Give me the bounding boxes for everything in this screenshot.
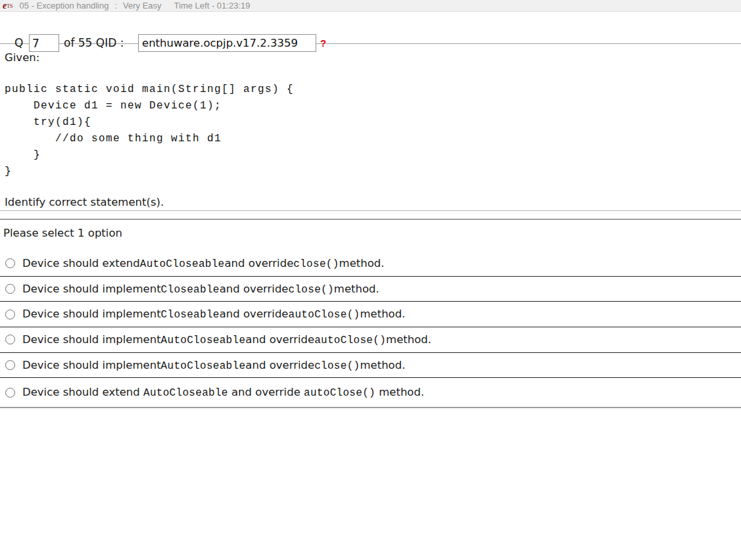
option-segment: and override — [245, 333, 314, 346]
option-code-segment: AutoCloseable — [161, 335, 246, 346]
option-segment: Device should extend — [22, 257, 140, 269]
option-text: Device should implementCloseableand over… — [22, 283, 379, 296]
answer-option-6[interactable]: Device should extend AutoCloseable and o… — [0, 378, 741, 408]
option-segment: and override — [245, 359, 314, 371]
radio-button-icon[interactable] — [5, 360, 15, 370]
options-section: Please select 1 option Device should ext… — [0, 219, 741, 220]
time-left-label: Time Left - 01:23:19 — [174, 1, 251, 11]
option-segment: method. — [360, 359, 405, 371]
title-bar[interactable]: eTS 05 - Exception handling : Very Easy … — [0, 0, 741, 12]
answer-option-1[interactable]: Device should extendAutoCloseableand ove… — [0, 251, 741, 277]
question-number-input[interactable] — [29, 34, 59, 52]
difficulty-label: Very Easy — [123, 1, 162, 11]
code-line: try(d1){ — [5, 114, 294, 131]
option-code-segment: Closeable — [161, 284, 220, 296]
option-code-segment: Closeable — [161, 309, 220, 321]
title-separator: : — [114, 1, 117, 11]
option-segment: method. — [334, 283, 379, 295]
radio-button-icon[interactable] — [5, 258, 15, 268]
option-code-segment: close() — [314, 360, 360, 372]
option-segment: and override — [220, 308, 289, 320]
help-icon[interactable]: ? — [320, 37, 326, 49]
option-text: Device should implementCloseableand over… — [22, 308, 405, 321]
radio-button-icon[interactable] — [5, 335, 15, 344]
option-segment: method. — [339, 257, 385, 269]
option-code-segment: autoClose() — [314, 335, 386, 346]
option-code-segment: AutoCloseable — [161, 360, 246, 372]
options-header: Please select 1 option — [3, 227, 122, 239]
window-title: 05 - Exception handling — [20, 1, 109, 11]
code-line: Device d1 = new Device(1); — [5, 98, 294, 114]
answer-option-3[interactable]: Device should implementCloseableand over… — [0, 302, 741, 327]
option-segment: method. — [375, 386, 424, 398]
option-segment: and override — [228, 386, 304, 398]
option-text: Device should implementAutoCloseableand … — [22, 359, 405, 372]
radio-button-icon[interactable] — [5, 388, 15, 398]
exam-window: eTS 05 - Exception handling : Very Easy … — [0, 0, 741, 560]
option-code-segment: autoClose() — [289, 309, 360, 321]
option-code-segment: autoClose() — [304, 387, 375, 399]
radio-button-icon[interactable] — [5, 310, 15, 319]
option-segment: method. — [360, 308, 405, 320]
option-segment: Device should implement — [22, 308, 161, 320]
option-text: Device should extend AutoCloseable and o… — [22, 386, 424, 399]
option-segment: Device should implement — [22, 333, 161, 346]
option-segment: method. — [386, 333, 431, 346]
enthuware-logo-icon: eTS — [3, 1, 13, 11]
option-code-segment: close() — [289, 284, 334, 296]
option-segment: Device should implement — [22, 283, 161, 295]
option-code-segment: close() — [293, 258, 339, 270]
option-segment: and override — [225, 257, 294, 269]
answer-option-5[interactable]: Device should implementAutoCloseableand … — [0, 353, 741, 379]
answer-option-2[interactable]: Device should implementCloseableand over… — [0, 277, 741, 302]
radio-button-icon[interactable] — [5, 284, 15, 294]
question-prompt: Identify correct statement(s). — [5, 196, 164, 208]
option-segment: and override — [220, 283, 289, 295]
code-block: public static void main(String[] args) {… — [5, 82, 294, 180]
code-line: //do some thing with d1 — [5, 131, 294, 147]
options-list: Device should extendAutoCloseableand ove… — [0, 251, 741, 408]
option-segment: Device should extend — [22, 386, 143, 398]
code-line: } — [5, 147, 294, 164]
option-text: Device should implementAutoCloseableand … — [22, 333, 431, 346]
option-code-segment: AutoCloseable — [143, 387, 228, 399]
answer-option-4[interactable]: Device should implementAutoCloseableand … — [0, 327, 741, 353]
option-segment: Device should implement — [22, 359, 161, 371]
given-label: Given: — [5, 51, 39, 64]
question-divider — [0, 210, 741, 211]
option-code-segment: AutoCloseable — [140, 258, 225, 270]
code-line: public static void main(String[] args) { — [5, 82, 294, 98]
code-line: } — [5, 164, 294, 180]
qid-input[interactable] — [138, 34, 316, 52]
option-text: Device should extendAutoCloseableand ove… — [22, 257, 385, 270]
question-label: Q — [14, 36, 23, 49]
logo-subscript: TS — [7, 3, 12, 9]
question-nav-bar: Q of 55 QID : ? — [0, 12, 741, 44]
question-count-label: of 55 QID : — [64, 36, 124, 49]
